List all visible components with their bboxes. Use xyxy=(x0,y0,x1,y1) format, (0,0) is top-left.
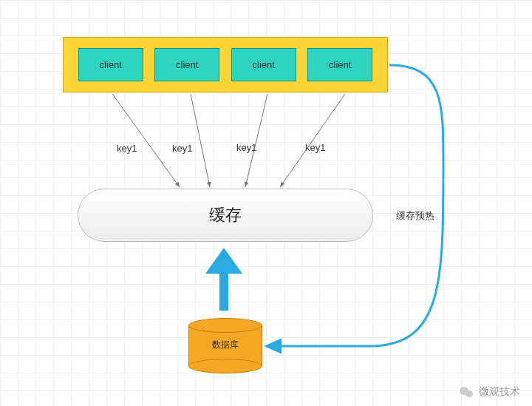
svg-line-1 xyxy=(191,94,210,187)
database-label: 数据库 xyxy=(188,339,262,351)
client-box-4: client xyxy=(307,48,372,81)
request-label-4: key1 xyxy=(305,142,325,153)
client-box-1: client xyxy=(78,48,143,81)
database-node: 数据库 xyxy=(188,318,262,373)
svg-line-2 xyxy=(245,94,267,187)
wechat-icon xyxy=(460,386,474,398)
svg-line-0 xyxy=(112,94,180,187)
client-box-3: client xyxy=(231,48,296,81)
cache-node: 缓存 xyxy=(78,189,373,242)
request-label-3: key1 xyxy=(236,142,256,153)
request-label-2: key1 xyxy=(172,143,192,154)
preheat-label: 缓存预热 xyxy=(396,209,434,223)
client-box-2: client xyxy=(154,48,219,81)
watermark-text: 微观技术 xyxy=(479,385,520,399)
svg-line-3 xyxy=(280,94,345,187)
request-label-1: key1 xyxy=(117,143,137,154)
up-arrow-icon xyxy=(205,248,242,311)
clients-container: client client client client xyxy=(63,37,388,92)
watermark: 微观技术 xyxy=(460,385,520,399)
